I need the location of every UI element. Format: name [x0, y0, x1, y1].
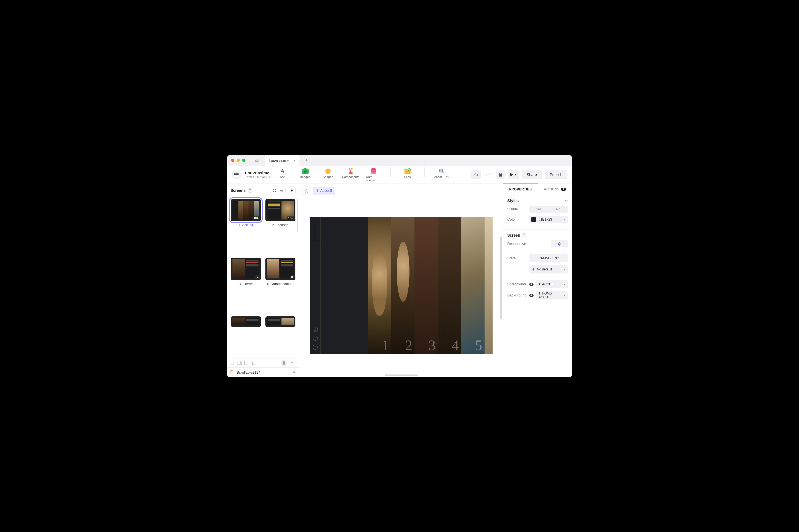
- strip-number: 5: [475, 337, 482, 354]
- location-icon[interactable]: ◎: [313, 327, 318, 332]
- screen-thumb-liberte[interactable]: 7 3. Liberte: [231, 258, 261, 314]
- layer-more-button[interactable]: [291, 362, 296, 363]
- visible-no[interactable]: No: [548, 206, 568, 213]
- screen-caption: 2. Joconde: [272, 223, 288, 227]
- app-window: Louvrissime × + Louvrissime Tablet / 102…: [227, 155, 572, 377]
- responsive-toggle[interactable]: [551, 240, 568, 247]
- add-screen-button[interactable]: +: [288, 187, 296, 194]
- datasource-icon: [370, 168, 377, 175]
- layer-forward-icon[interactable]: [244, 361, 248, 365]
- delete-button[interactable]: [280, 360, 287, 366]
- tool-shapes[interactable]: Shapes: [321, 168, 335, 178]
- undo-icon: [474, 172, 478, 177]
- maximize-window-icon[interactable]: [242, 158, 246, 162]
- visible-yes[interactable]: Yes: [529, 206, 548, 213]
- painting-strip-2[interactable]: 2: [391, 217, 415, 354]
- redo-button[interactable]: [484, 170, 493, 179]
- breadcrumb-home[interactable]: [303, 187, 311, 195]
- shapes-icon: [324, 168, 332, 175]
- bolt-icon[interactable]: [293, 370, 296, 374]
- svg-rect-12: [275, 189, 276, 190]
- help-icon[interactable]: ?: [313, 336, 318, 341]
- help-icon[interactable]: ?: [522, 233, 526, 237]
- screen-thumb-odalisque[interactable]: 8 4. Grande odalis...: [265, 258, 296, 314]
- badge: 10+: [252, 216, 260, 220]
- color-field[interactable]: #1E1F23 ×: [529, 216, 568, 223]
- play-button[interactable]: [508, 170, 519, 179]
- canvas-scrollbar-v[interactable]: [500, 236, 502, 319]
- pin-icon: [532, 268, 535, 271]
- color-swatch[interactable]: [531, 217, 537, 222]
- project-subtitle: Tablet / 1024x768: [245, 175, 271, 179]
- tab-close-icon[interactable]: ×: [293, 158, 296, 163]
- home-icon: [255, 158, 259, 163]
- state-create-button[interactable]: Create / Edit: [529, 254, 568, 262]
- screen-thumb-accueil[interactable]: 10+ 1. Accueil: [231, 199, 261, 255]
- screen-thumb-6[interactable]: [265, 316, 296, 355]
- svg-rect-13: [273, 191, 274, 192]
- tool-components[interactable]: Components: [343, 168, 358, 178]
- info-icon[interactable]: i: [313, 345, 318, 349]
- painting-strip-3[interactable]: 3: [415, 217, 438, 354]
- tab-home[interactable]: [252, 156, 262, 165]
- tool-zoom[interactable]: Zoom 69%: [434, 168, 449, 178]
- painting-strip-6[interactable]: [485, 217, 493, 354]
- screens-header: Screens ? +: [227, 184, 299, 197]
- painting-strip-4[interactable]: 4: [438, 217, 461, 354]
- styles-title: Styles: [507, 198, 519, 203]
- minimize-window-icon[interactable]: [237, 158, 240, 162]
- project-info: Louvrissime Tablet / 1024x768: [245, 171, 271, 179]
- device-frame[interactable]: ◎ ? i 1 2 3 4 5: [310, 217, 493, 354]
- canvas-scrollbar-h[interactable]: [299, 374, 503, 377]
- text-icon: A: [279, 168, 286, 175]
- help-icon[interactable]: ?: [248, 188, 252, 193]
- collapse-icon[interactable]: [565, 200, 568, 202]
- screens-title: Screens: [231, 188, 246, 193]
- grid-icon: [273, 189, 276, 192]
- background-dropdown[interactable]: 1. FOND ACCU... ▾: [536, 291, 568, 300]
- layer-backward-icon[interactable]: [237, 361, 241, 365]
- foreground-value: 1. ACCUEIL: [539, 282, 557, 286]
- tool-text[interactable]: A Text: [275, 168, 290, 178]
- breadcrumb: 1. Accueil: [299, 184, 503, 197]
- left-panel: Screens ? + 10+: [227, 184, 299, 377]
- painting-strips: 1 2 3 4 5: [368, 217, 493, 354]
- save-button[interactable]: [496, 170, 505, 179]
- painting-strip-1[interactable]: 1: [368, 217, 391, 354]
- tool-datasource[interactable]: Data source: [366, 168, 381, 182]
- tab-properties[interactable]: PROPERTIES: [503, 184, 538, 195]
- tool-text-label: Text: [280, 175, 285, 178]
- clear-color-icon[interactable]: ×: [564, 217, 566, 222]
- layer-front-icon[interactable]: [252, 361, 255, 365]
- grid-view-button[interactable]: [271, 187, 278, 194]
- images-icon: [302, 168, 309, 175]
- tab-add[interactable]: +: [302, 157, 311, 163]
- insert-tools: A Text Images Shapes Components: [275, 168, 449, 182]
- state-default-dropdown[interactable]: No default ▾: [529, 265, 568, 273]
- screen-thumb-5[interactable]: [231, 316, 261, 355]
- menu-button[interactable]: [232, 170, 241, 179]
- visibility-icon[interactable]: [529, 294, 533, 297]
- breadcrumb-current[interactable]: 1. Accueil: [313, 187, 335, 195]
- visible-toggle[interactable]: Yes No: [529, 206, 568, 213]
- screens-grid[interactable]: 10+ 1. Accueil 10+ 2. Joconde 7: [227, 197, 299, 358]
- tab-active[interactable]: Louvrissime ×: [265, 155, 299, 166]
- tool-images[interactable]: Images: [298, 168, 313, 178]
- scrollbar-thumb[interactable]: [297, 199, 298, 232]
- tool-files[interactable]: Files: [400, 168, 415, 178]
- list-view-button[interactable]: [278, 187, 285, 194]
- tool-components-label: Components: [342, 175, 359, 178]
- layer-back-icon[interactable]: [230, 361, 234, 365]
- right-panel: PROPERTIES ACTIONS 1 Styles Visible: [503, 184, 572, 377]
- visibility-icon[interactable]: [529, 283, 533, 286]
- undo-button[interactable]: [471, 170, 481, 179]
- share-button[interactable]: Share: [522, 170, 542, 179]
- screen-thumb-joconde[interactable]: 10+ 2. Joconde: [265, 199, 296, 255]
- canvas-stage[interactable]: ◎ ? i 1 2 3 4 5: [299, 197, 503, 374]
- foreground-dropdown[interactable]: 1. ACCUEIL ▾: [536, 280, 568, 288]
- publish-button[interactable]: Publish: [545, 170, 567, 179]
- close-window-icon[interactable]: [231, 158, 234, 162]
- painting-strip-5[interactable]: 5: [461, 217, 484, 354]
- tree-node-label[interactable]: Scrollable2124: [237, 370, 260, 375]
- tab-actions[interactable]: ACTIONS 1: [538, 184, 572, 195]
